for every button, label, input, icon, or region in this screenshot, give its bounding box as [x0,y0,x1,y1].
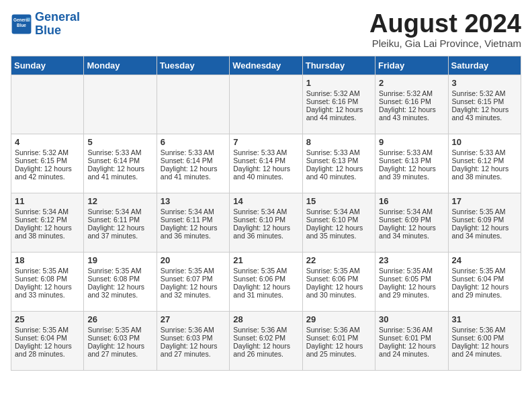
sunset-text: Sunset: 6:16 PM [379,97,444,105]
daylight-text: Daylight: 12 hours and 29 minutes. [379,283,444,299]
title-block: August 2024 Pleiku, Gia Lai Province, Vi… [369,11,521,49]
sunset-text: Sunset: 6:15 PM [452,97,517,105]
sunrise-text: Sunrise: 5:35 AM [87,267,152,275]
calendar-cell: 29Sunrise: 5:36 AMSunset: 6:01 PMDayligh… [302,312,375,371]
sunrise-text: Sunrise: 5:34 AM [15,208,80,216]
calendar-subtitle: Pleiku, Gia Lai Province, Vietnam [369,38,521,49]
day-number: 23 [379,255,444,265]
daylight-text: Daylight: 12 hours and 38 minutes. [452,165,517,181]
weekday-header-row: SundayMondayTuesdayWednesdayThursdayFrid… [11,56,521,75]
calendar-cell: 12Sunrise: 5:34 AMSunset: 6:11 PMDayligh… [84,193,157,253]
daylight-text: Daylight: 12 hours and 29 minutes. [452,283,517,299]
daylight-text: Daylight: 12 hours and 40 minutes. [306,165,371,181]
daylight-text: Daylight: 12 hours and 41 minutes. [87,165,152,181]
day-number: 25 [15,314,80,324]
calendar-cell [230,75,302,134]
sunrise-text: Sunrise: 5:35 AM [379,267,444,275]
day-number: 21 [233,255,298,265]
day-number: 16 [379,196,444,206]
day-number: 31 [452,314,517,324]
sunset-text: Sunset: 6:11 PM [161,216,226,224]
sunset-text: Sunset: 6:10 PM [306,216,371,224]
daylight-text: Daylight: 12 hours and 34 minutes. [452,224,517,240]
sunset-text: Sunset: 6:14 PM [87,156,152,165]
calendar-cell: 18Sunrise: 5:35 AMSunset: 6:08 PMDayligh… [11,253,84,312]
day-number: 10 [452,137,517,147]
weekday-header-friday: Friday [375,56,448,75]
calendar-week-row: 18Sunrise: 5:35 AMSunset: 6:08 PMDayligh… [11,253,521,312]
daylight-text: Daylight: 12 hours and 37 minutes. [87,224,152,240]
daylight-text: Daylight: 12 hours and 40 minutes. [233,165,298,181]
weekday-header-wednesday: Wednesday [230,56,302,75]
sunset-text: Sunset: 6:05 PM [379,275,444,283]
sunrise-text: Sunrise: 5:35 AM [452,267,517,275]
daylight-text: Daylight: 12 hours and 34 minutes. [379,224,444,240]
sunset-text: Sunset: 6:07 PM [161,275,226,283]
day-number: 27 [161,314,226,324]
day-number: 8 [306,137,371,147]
sunset-text: Sunset: 6:16 PM [306,97,371,105]
daylight-text: Daylight: 12 hours and 33 minutes. [15,283,80,299]
day-number: 18 [15,255,80,265]
calendar-cell [84,75,157,134]
day-number: 4 [15,137,80,147]
daylight-text: Daylight: 12 hours and 32 minutes. [161,283,226,299]
daylight-text: Daylight: 12 hours and 25 minutes. [306,342,371,358]
sunset-text: Sunset: 6:14 PM [233,156,298,165]
calendar-cell: 8Sunrise: 5:33 AMSunset: 6:13 PMDaylight… [302,134,375,193]
logo-text: General Blue [35,11,80,38]
calendar-cell: 10Sunrise: 5:33 AMSunset: 6:12 PMDayligh… [448,134,521,193]
day-number: 14 [233,196,298,206]
sunrise-text: Sunrise: 5:33 AM [306,148,371,156]
calendar-cell: 5Sunrise: 5:33 AMSunset: 6:14 PMDaylight… [84,134,157,193]
sunrise-text: Sunrise: 5:33 AM [452,148,517,156]
daylight-text: Daylight: 12 hours and 39 minutes. [379,165,444,181]
daylight-text: Daylight: 12 hours and 35 minutes. [306,224,371,240]
daylight-text: Daylight: 12 hours and 42 minutes. [15,165,80,181]
logo-line2: Blue [35,24,61,37]
sunrise-text: Sunrise: 5:36 AM [306,326,371,334]
calendar-cell [11,75,84,134]
calendar-cell: 1Sunrise: 5:32 AMSunset: 6:16 PMDaylight… [302,75,375,134]
sunset-text: Sunset: 6:04 PM [15,334,80,342]
daylight-text: Daylight: 12 hours and 26 minutes. [233,342,298,358]
daylight-text: Daylight: 12 hours and 38 minutes. [15,224,80,240]
calendar-week-row: 25Sunrise: 5:35 AMSunset: 6:04 PMDayligh… [11,312,521,371]
sunrise-text: Sunrise: 5:35 AM [15,326,80,334]
sunset-text: Sunset: 6:13 PM [306,156,371,165]
calendar-cell: 22Sunrise: 5:35 AMSunset: 6:06 PMDayligh… [302,253,375,312]
sunset-text: Sunset: 6:04 PM [452,275,517,283]
calendar-week-row: 1Sunrise: 5:32 AMSunset: 6:16 PMDaylight… [11,75,521,134]
weekday-header-thursday: Thursday [302,56,375,75]
day-number: 28 [233,314,298,324]
day-number: 7 [233,137,298,147]
sunrise-text: Sunrise: 5:35 AM [233,267,298,275]
logo-line1: General [35,10,80,24]
day-number: 29 [306,314,371,324]
sunset-text: Sunset: 6:01 PM [306,334,371,342]
sunrise-text: Sunrise: 5:34 AM [87,208,152,216]
weekday-header-sunday: Sunday [11,56,84,75]
sunset-text: Sunset: 6:08 PM [87,275,152,283]
sunset-text: Sunset: 6:08 PM [15,275,80,283]
calendar-cell: 24Sunrise: 5:35 AMSunset: 6:04 PMDayligh… [448,253,521,312]
calendar-cell: 7Sunrise: 5:33 AMSunset: 6:14 PMDaylight… [230,134,302,193]
daylight-text: Daylight: 12 hours and 36 minutes. [161,224,226,240]
day-number: 20 [161,255,226,265]
sunset-text: Sunset: 6:15 PM [15,156,80,165]
sunset-text: Sunset: 6:01 PM [379,334,444,342]
sunrise-text: Sunrise: 5:33 AM [87,148,152,156]
calendar-week-row: 11Sunrise: 5:34 AMSunset: 6:12 PMDayligh… [11,193,521,253]
day-number: 17 [452,196,517,206]
day-number: 15 [306,196,371,206]
calendar-cell: 4Sunrise: 5:32 AMSunset: 6:15 PMDaylight… [11,134,84,193]
sunrise-text: Sunrise: 5:35 AM [306,267,371,275]
sunset-text: Sunset: 6:12 PM [15,216,80,224]
sunset-text: Sunset: 6:10 PM [233,216,298,224]
sunset-text: Sunset: 6:06 PM [306,275,371,283]
daylight-text: Daylight: 12 hours and 31 minutes. [233,283,298,299]
sunrise-text: Sunrise: 5:34 AM [379,208,444,216]
sunset-text: Sunset: 6:06 PM [233,275,298,283]
calendar-cell: 16Sunrise: 5:34 AMSunset: 6:09 PMDayligh… [375,193,448,253]
calendar-cell: 27Sunrise: 5:36 AMSunset: 6:03 PMDayligh… [157,312,229,371]
